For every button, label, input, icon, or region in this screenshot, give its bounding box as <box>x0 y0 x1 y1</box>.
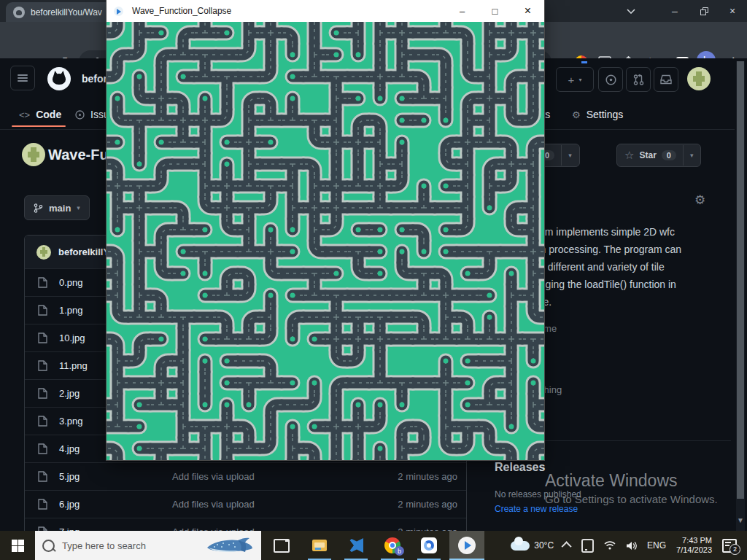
notification-icon: 2 <box>722 539 737 553</box>
scrollbar-thumb[interactable] <box>737 61 744 499</box>
about-gear-icon[interactable]: ⚙ <box>694 192 705 208</box>
file-row[interactable]: 5.jpg Add files via upload 2 minutes ago <box>25 462 466 490</box>
chrome-button[interactable]: b <box>376 531 409 560</box>
tray-expand-button[interactable] <box>559 531 576 560</box>
scrollbar-down-arrow[interactable]: ▼ <box>737 516 744 524</box>
wfc-app-window: Wave_Function_Collapse – □ × <box>107 0 544 460</box>
commit-message[interactable]: Add files via upload <box>172 499 398 510</box>
wifi-icon <box>604 541 616 550</box>
app-icon <box>114 7 123 16</box>
file-icon <box>38 305 50 316</box>
chevron-up-icon <box>562 541 572 551</box>
file-row[interactable]: 6.jpg Add files via upload 2 minutes ago <box>25 490 466 518</box>
vscode-icon <box>349 538 363 553</box>
browser-minimize-button[interactable]: – <box>660 0 689 22</box>
volume-button[interactable] <box>621 531 642 560</box>
file-icon <box>38 416 50 427</box>
file-icon <box>38 499 50 510</box>
hamburger-menu-button[interactable] <box>10 66 35 90</box>
system-tray: 30°C ENG 7:43 PM 7/14/2023 2 <box>506 531 747 560</box>
file-icon <box>38 443 50 454</box>
processing-icon <box>421 537 437 553</box>
file-icon <box>38 360 50 371</box>
search-placeholder: Type here to search <box>62 540 206 551</box>
wfc-maze-canvas <box>107 22 544 460</box>
github-favicon <box>13 7 25 18</box>
app-minimize-button[interactable]: – <box>446 0 479 22</box>
commit-message[interactable]: Add files via upload <box>172 471 398 482</box>
activate-windows-watermark: Activate Windows <box>545 471 678 491</box>
notification-center-button[interactable]: 2 <box>717 531 747 560</box>
browser-tab-title: beforelkillYou/Wav <box>31 7 102 18</box>
tab-settings[interactable]: ⚙ Settings <box>572 104 623 125</box>
tab-search-chevron-icon[interactable] <box>616 0 646 22</box>
vscode-button[interactable] <box>340 531 372 560</box>
file-name[interactable]: 6.jpg <box>59 499 172 510</box>
star-button[interactable]: ☆ Star 0 ▾ <box>616 144 701 167</box>
create-new-button[interactable]: + ▾ <box>556 67 594 92</box>
processing-button[interactable] <box>413 531 445 560</box>
issue-dot-icon <box>75 110 85 120</box>
star-count: 0 <box>662 150 676 160</box>
file-icon <box>38 332 50 343</box>
clock[interactable]: 7:43 PM 7/14/2023 <box>671 531 717 560</box>
activate-windows-subtext: Go to Settings to activate Windows. <box>545 493 718 505</box>
file-icon <box>38 471 50 482</box>
app-close-button[interactable]: × <box>511 0 544 22</box>
whale-shark-image <box>206 536 254 555</box>
file-name[interactable]: 5.jpg <box>59 471 172 482</box>
branch-name: main <box>49 203 71 214</box>
wfc-sketch-button[interactable] <box>449 531 484 560</box>
tray-time: 7:43 PM <box>676 536 712 545</box>
repo-avatar <box>22 143 45 166</box>
create-release-link[interactable]: Create a new release <box>495 504 578 514</box>
play-app-icon <box>458 537 476 554</box>
tray-date: 7/14/2023 <box>676 545 712 555</box>
committer-avatar <box>36 245 51 260</box>
commit-time: 2 minutes ago <box>398 471 457 482</box>
branch-icon <box>34 203 43 213</box>
page-scrollbar[interactable]: ▼ <box>736 61 745 531</box>
github-logo-icon[interactable] <box>47 67 71 90</box>
file-icon <box>38 388 50 399</box>
commit-time: 2 minutes ago <box>398 499 457 510</box>
inbox-icon[interactable] <box>654 67 678 92</box>
temperature: 30°C <box>534 540 554 551</box>
task-view-icon <box>274 539 290 553</box>
chrome-profile-badge: b <box>395 546 404 556</box>
file-explorer-icon <box>312 540 327 551</box>
issues-icon[interactable] <box>598 67 623 92</box>
speaker-icon <box>626 541 637 551</box>
phone-link-button[interactable] <box>576 531 599 560</box>
pull-requests-icon[interactable] <box>626 67 651 92</box>
notification-badge: 2 <box>729 544 740 555</box>
active-tab-underline <box>12 125 66 127</box>
weather-widget[interactable]: 30°C <box>506 531 559 560</box>
branch-selector[interactable]: main ▾ <box>24 195 90 220</box>
language-indicator[interactable]: ENG <box>642 531 671 560</box>
task-view-button[interactable] <box>266 531 298 560</box>
app-maximize-button[interactable]: □ <box>479 0 511 22</box>
code-icon: <> <box>19 109 30 120</box>
chrome-icon: b <box>384 537 400 553</box>
app-title-bar[interactable]: Wave_Function_Collapse – □ × <box>107 0 544 22</box>
browser-restore-button[interactable] <box>689 0 719 22</box>
taskbar: Type here to search b 30°C ENG 7:43 PM <box>0 531 747 560</box>
releases-heading: Releases <box>495 461 545 474</box>
cloud-icon <box>511 541 530 551</box>
browser-close-button[interactable]: × <box>718 0 747 22</box>
hamburger-icon <box>18 74 28 82</box>
phone-link-icon <box>581 539 594 553</box>
taskbar-search[interactable]: Type here to search <box>35 531 261 560</box>
search-icon <box>42 540 55 552</box>
file-icon <box>38 277 50 288</box>
file-explorer-button[interactable] <box>303 531 336 560</box>
start-button[interactable] <box>0 531 35 560</box>
windows-logo-icon <box>12 540 24 552</box>
gear-icon: ⚙ <box>572 109 581 120</box>
tab-code[interactable]: <> Code <box>19 104 61 125</box>
star-icon: ☆ <box>624 149 634 162</box>
app-window-title: Wave_Function_Collapse <box>132 6 446 16</box>
user-avatar[interactable] <box>687 67 711 90</box>
wifi-button[interactable] <box>599 531 621 560</box>
